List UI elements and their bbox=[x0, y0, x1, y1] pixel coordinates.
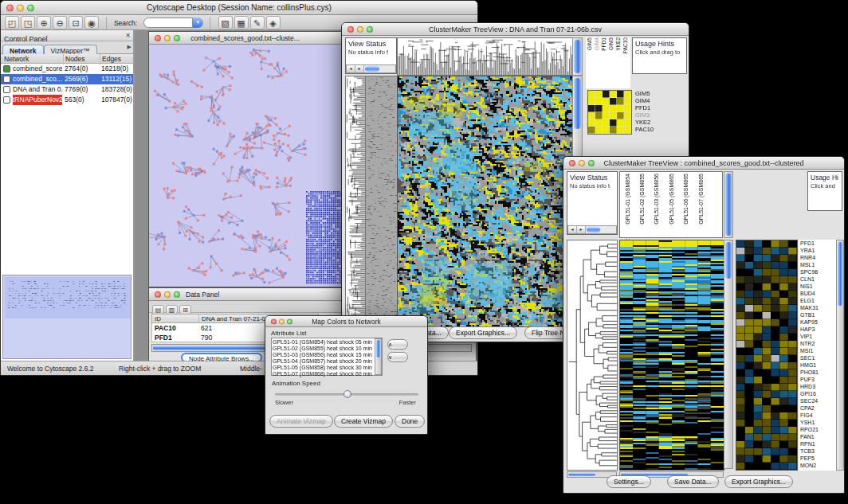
table-row-selected[interactable]: combined_sco... 2569(6) 13112(15) bbox=[1, 74, 133, 84]
scroll-right-icon[interactable]: ▸ bbox=[577, 226, 586, 233]
zoom-heatmap[interactable] bbox=[587, 90, 632, 135]
vertical-scrollbar[interactable] bbox=[836, 240, 844, 471]
minimize-button[interactable] bbox=[17, 4, 24, 11]
main-heatmap[interactable] bbox=[397, 76, 573, 327]
main-titlebar[interactable]: Cytoscape Desktop (Session Name: collins… bbox=[1, 1, 477, 15]
zoom-button[interactable] bbox=[174, 291, 180, 298]
vertical-scrollbar[interactable] bbox=[572, 37, 583, 76]
column-label[interactable]: GPL51-02 (GSM855 bbox=[634, 172, 649, 237]
zoom-row-label[interactable]: GIM3 bbox=[634, 111, 673, 119]
zoom-button[interactable] bbox=[287, 318, 292, 324]
zoom-column-label[interactable]: GIM4 bbox=[593, 37, 600, 88]
zoom-column-label[interactable]: PFD1 bbox=[600, 37, 607, 88]
attribute-list-item[interactable]: GPL51-07 (GSM868) heat shock 60 min bbox=[273, 371, 374, 377]
zoom-row-label[interactable]: GIM5 bbox=[634, 90, 673, 97]
gene-label[interactable]: VIP1 bbox=[799, 333, 836, 340]
column-dendrogram[interactable] bbox=[397, 37, 573, 76]
mini-scrollbar[interactable]: ◂▸ bbox=[567, 225, 617, 234]
zoom-column-label[interactable]: GIM5 bbox=[586, 37, 593, 88]
close-button[interactable] bbox=[155, 35, 161, 41]
gene-label[interactable]: YRA1 bbox=[799, 247, 836, 254]
attribute-list-item[interactable]: GPL51-05 (GSM858) heat shock 30 min bbox=[273, 365, 374, 371]
gene-label[interactable]: RPO21 bbox=[799, 426, 836, 433]
search-input[interactable] bbox=[143, 18, 193, 28]
save-data-button[interactable]: Save Data... bbox=[667, 475, 719, 488]
export-graphics-button[interactable]: Export Graphics... bbox=[449, 326, 517, 339]
table-row[interactable]: DNA and Tran 0... 7769(0) 183728(0) bbox=[1, 84, 133, 95]
column-label[interactable]: GPL51-05 (GSM865 bbox=[664, 172, 678, 237]
column-label[interactable]: GPL51-07 (GSM865 bbox=[693, 172, 708, 237]
zoom-column-label[interactable]: PAC10 bbox=[622, 37, 629, 88]
minimize-button[interactable] bbox=[164, 291, 171, 298]
scrollbar-thumb[interactable] bbox=[568, 473, 595, 476]
network-canvas[interactable] bbox=[149, 45, 341, 287]
main-heatmap[interactable] bbox=[619, 240, 724, 471]
table-row[interactable]: tRNAPuberNov2... 563(0) 107847(0) bbox=[1, 95, 133, 105]
network-view-titlebar[interactable]: combined_scores_good.txt--cluste... bbox=[149, 32, 341, 45]
gene-label[interactable]: PUF3 bbox=[799, 376, 836, 383]
gene-label[interactable]: RPN1 bbox=[799, 440, 836, 447]
row-dendrogram[interactable] bbox=[345, 76, 366, 327]
column-label[interactable]: GPL51-01 (GSM854 bbox=[620, 172, 634, 237]
zoom-out-icon[interactable]: ⊖ bbox=[53, 16, 67, 29]
table-row[interactable]: combined_scores 2764(0) 16218(0) bbox=[1, 64, 133, 74]
attribute-list-item[interactable]: GPL51-03 (GSM856) heat shock 15 min bbox=[273, 352, 374, 358]
attribute-list[interactable]: GPL51-01 (GSM854) heat shock 05 minGPL51… bbox=[271, 338, 383, 376]
gene-label[interactable]: CPA2 bbox=[799, 404, 836, 412]
gene-label[interactable]: HAP3 bbox=[799, 326, 836, 333]
zoom-heatmap[interactable] bbox=[736, 240, 798, 471]
animation-speed-slider[interactable] bbox=[275, 393, 418, 396]
scroll-left-icon[interactable]: ◂ bbox=[347, 65, 355, 72]
node-attribute-browser-tab[interactable]: Node Attribute Brows... bbox=[181, 353, 262, 361]
column-header-attr[interactable]: DNA and Tran 07-21-06... bbox=[198, 315, 274, 323]
scrollbar-thumb[interactable] bbox=[376, 340, 380, 357]
import-icon[interactable]: ◳ bbox=[21, 16, 35, 29]
annotation-icon[interactable]: ✎ bbox=[250, 16, 265, 29]
minimize-button[interactable] bbox=[279, 318, 285, 324]
gene-label[interactable]: MON2 bbox=[799, 462, 836, 469]
zoom-row-label[interactable]: PFD1 bbox=[634, 104, 673, 111]
scroll-left-icon[interactable]: ◂ bbox=[568, 226, 577, 233]
vertical-scrollbar[interactable] bbox=[724, 240, 733, 469]
column-header-id[interactable]: ID bbox=[155, 315, 161, 323]
gene-label[interactable]: PHO81 bbox=[799, 369, 836, 376]
scrollbar-thumb[interactable] bbox=[574, 78, 581, 129]
gene-label[interactable]: MAK31 bbox=[799, 304, 836, 311]
dialog-titlebar[interactable]: Map Colors to Network bbox=[265, 316, 427, 327]
gene-label[interactable]: MSI1 bbox=[799, 347, 836, 354]
zoom-button[interactable] bbox=[174, 35, 180, 41]
move-down-button[interactable]: ∨ bbox=[387, 352, 408, 362]
gene-label[interactable]: TCB3 bbox=[799, 447, 836, 455]
create-vizmap-button[interactable]: Create Vizmap bbox=[334, 415, 393, 428]
gene-label[interactable]: RNR4 bbox=[799, 254, 836, 261]
scrollbar-thumb[interactable] bbox=[574, 40, 581, 73]
gene-label[interactable]: KAP95 bbox=[799, 318, 836, 326]
minimize-button[interactable] bbox=[357, 26, 363, 33]
column-label[interactable]: GPL51-06 (GSM865 bbox=[679, 172, 693, 237]
move-up-button[interactable]: ∧ bbox=[387, 339, 408, 350]
gene-label[interactable]: PAN1 bbox=[799, 433, 836, 440]
attribute-list-item[interactable]: GPL51-04 (GSM857) heat shock 20 min bbox=[273, 358, 374, 365]
close-panel-icon[interactable]: ✕ bbox=[125, 30, 131, 41]
gene-label[interactable]: HRD3 bbox=[799, 383, 836, 390]
minimize-button[interactable] bbox=[579, 160, 585, 166]
zoom-row-label[interactable]: GIM4 bbox=[634, 97, 673, 104]
gene-label[interactable]: CLN1 bbox=[799, 275, 836, 283]
gene-label[interactable]: HMG1 bbox=[799, 361, 836, 369]
treeview-combined-titlebar[interactable]: ClusterMaker TreeView : combined_scores_… bbox=[563, 157, 844, 170]
open-folder-icon[interactable]: ◰ bbox=[5, 16, 19, 29]
network-overview-panel[interactable] bbox=[2, 275, 132, 359]
gene-label[interactable]: SEC1 bbox=[799, 354, 836, 361]
hide-selected-icon[interactable]: ▧ bbox=[218, 16, 233, 29]
attribute-list-item[interactable]: GPL51-01 (GSM854) heat shock 05 min bbox=[273, 339, 374, 346]
gene-label[interactable]: GTB1 bbox=[799, 311, 836, 318]
search-dropdown-icon[interactable]: ▾ bbox=[193, 18, 203, 28]
scrollbar-thumb[interactable] bbox=[725, 174, 732, 236]
zoom-button[interactable] bbox=[588, 160, 595, 166]
gene-label[interactable]: MSL1 bbox=[799, 261, 836, 268]
zoom-column-label[interactable]: GIM3 bbox=[607, 37, 614, 88]
minimize-button[interactable] bbox=[164, 35, 171, 41]
scrollbar-thumb[interactable] bbox=[838, 242, 842, 306]
close-button[interactable] bbox=[271, 318, 277, 324]
gene-label[interactable]: SEC24 bbox=[799, 397, 836, 404]
